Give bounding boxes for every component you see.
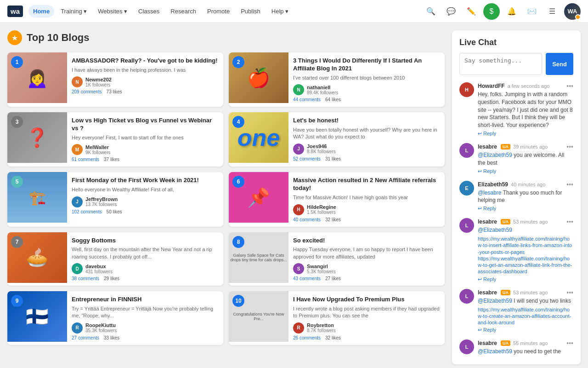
bell-button[interactable]: 🔔 xyxy=(503,3,520,20)
chat-username: lesabre xyxy=(478,218,497,225)
chat-content: lesabre UA 53 minutes ago ••• @Elizabeth… xyxy=(478,218,573,282)
card-excerpt: Try = Yrittää Entrepreneur = Yrittäjä No… xyxy=(72,305,219,320)
card-image: 8 Galaxy Safe Space for Cats drops tiny … xyxy=(229,232,288,283)
card-body: First Monday of the First Work Week in 2… xyxy=(67,172,223,223)
chat-link[interactable]: https://my.wealthyaffiliate.com/training… xyxy=(478,236,573,255)
likes-count: 73 likes xyxy=(107,89,122,94)
reply-button[interactable]: ↩ Reply xyxy=(478,168,573,174)
author-name: JeffreyBrown xyxy=(85,196,118,202)
author-name: Joes946 xyxy=(307,144,336,149)
card-stats: 44 comments 64 likes xyxy=(293,97,440,102)
chat-content: lesabre UA 55 minutes ago ••• @Elizabeth… xyxy=(478,339,573,357)
search-button[interactable]: 🔍 xyxy=(423,3,439,20)
chat-time: a few seconds ago xyxy=(508,83,550,89)
blog-card-2[interactable]: 2 🍎 3 Things I Would Do Differently If I… xyxy=(229,52,445,107)
chat-button[interactable]: 💬 xyxy=(443,3,459,20)
more-options[interactable]: ••• xyxy=(566,181,573,188)
blog-card-10[interactable]: 10 Congratulations You're Now Pre... I H… xyxy=(229,291,445,345)
reply-button[interactable]: ↩ Reply xyxy=(478,131,573,137)
nav-item-publish[interactable]: Publish xyxy=(236,5,265,17)
followers-count: 89.4K followers xyxy=(307,90,338,95)
author-avatar: N xyxy=(72,76,83,87)
live-chat-panel: Live Chat Send H HowardFF a few seconds … xyxy=(452,30,581,364)
blog-card-7[interactable]: 7 🥧 Soggy Bottoms Well, first day on the… xyxy=(7,232,223,286)
card-top: 3 ❓ Low vs High Ticket vs Blog vs Funnel… xyxy=(7,112,223,167)
author-avatar: H xyxy=(293,204,304,215)
nav-item-promote[interactable]: Promote xyxy=(203,5,234,17)
nav-item-classes[interactable]: Classes xyxy=(134,5,164,17)
chat-mention[interactable]: @lesabre xyxy=(478,190,502,196)
chat-header: lesabre UA 53 minutes ago ••• xyxy=(478,289,573,296)
chat-mention[interactable]: @Elizabeth59 xyxy=(478,298,512,304)
followers-count: 9K followers xyxy=(85,150,110,155)
comments-count: 38 comments xyxy=(72,276,99,281)
edit-button[interactable]: ✏️ xyxy=(463,3,480,20)
chat-content: lesabre UA 53 minutes ago ••• @Elizabeth… xyxy=(478,289,573,334)
logo[interactable]: wa xyxy=(7,6,23,17)
mail-button[interactable]: ✉️ xyxy=(524,3,540,20)
card-meta: M MelWaller 9K followers xyxy=(72,144,219,155)
reply-button[interactable]: ↩ Reply xyxy=(478,206,573,212)
blog-card-5[interactable]: 5 🏗️ First Monday of the First Work Week… xyxy=(7,172,223,226)
comments-count: 26 comments xyxy=(293,335,321,340)
chat-mention[interactable]: @Elizabeth59 xyxy=(478,152,512,158)
card-excerpt: Hey everyone! First, I want to start off… xyxy=(72,134,219,141)
more-options[interactable]: ••• xyxy=(566,143,573,150)
chat-mention[interactable]: @Elizabeth59 xyxy=(478,227,512,233)
blog-card-8[interactable]: 8 Galaxy Safe Space for Cats drops tiny … xyxy=(229,232,445,286)
card-number: 1 xyxy=(11,56,23,68)
chat-input[interactable] xyxy=(459,53,542,75)
nav-item-training[interactable]: Training ▾ xyxy=(56,5,91,17)
chat-message-2: L lesabre UA 39 minutes ago ••• @Elizabe… xyxy=(459,143,573,174)
comments-count: 61 comments xyxy=(72,157,99,162)
blog-card-3[interactable]: 3 ❓ Low vs High Ticket vs Blog vs Funnel… xyxy=(7,112,223,167)
chat-mention[interactable]: @Elizabeth59 xyxy=(478,348,512,355)
likes-count: 33 likes xyxy=(104,335,119,340)
card-number: 4 xyxy=(232,116,244,128)
comments-count: 27 comments xyxy=(72,335,99,340)
send-button[interactable]: Send xyxy=(546,53,573,75)
more-options[interactable]: ••• xyxy=(566,339,573,347)
author-name: MelWaller xyxy=(85,144,110,150)
blog-card-9[interactable]: 9 🇫🇮 Entrepreneur in FINNISH Try = Yritt… xyxy=(7,291,223,345)
card-excerpt: Have you been totally honest with yourse… xyxy=(293,126,440,141)
card-top: 1 🙍‍♀️ AMBASSADOR? Really? - You've got … xyxy=(7,52,223,103)
card-meta: N Newme202 1K followers xyxy=(72,76,219,87)
chat-username: Elizabeth59 xyxy=(478,181,508,188)
content-area: ★ Top 10 Blogs 1 🙍‍♀️ AMBASSADOR? Really… xyxy=(7,30,445,364)
chat-link[interactable]: https://my.wealthyaffiliate.com/training… xyxy=(478,306,573,326)
more-options[interactable]: ••• xyxy=(566,289,573,296)
card-top: 8 Galaxy Safe Space for Cats drops tiny … xyxy=(229,232,445,286)
chat-username: lesabre xyxy=(478,144,497,150)
nav-item-home[interactable]: Home xyxy=(28,5,54,17)
card-image: 10 Congratulations You're Now Pre... xyxy=(229,291,288,342)
blog-card-4[interactable]: 4 one Let's be honest! Have you been tot… xyxy=(229,112,445,167)
reply-button[interactable]: ↩ Reply xyxy=(478,276,573,282)
nav-item-research[interactable]: Research xyxy=(166,5,201,17)
navbar: wa Home Training ▾ Websites ▾ Classes Re… xyxy=(0,0,588,23)
user-avatar[interactable]: WA xyxy=(564,3,581,20)
blog-card-6[interactable]: 6 📌 Massive Action resulted in 2 New Aff… xyxy=(229,172,445,226)
reply-button[interactable]: ↩ Reply xyxy=(478,327,573,333)
dollar-button[interactable]: $ xyxy=(483,3,500,20)
author-info: Swangirl 5.3K followers xyxy=(307,264,336,274)
author-avatar: R xyxy=(293,322,304,334)
author-avatar: J xyxy=(293,144,304,155)
blog-card-1[interactable]: 1 🙍‍♀️ AMBASSADOR? Really? - You've got … xyxy=(7,52,223,107)
author-name: Roybretton xyxy=(307,322,336,328)
card-top: 2 🍎 3 Things I Would Do Differently If I… xyxy=(229,52,445,107)
chat-link-2[interactable]: https://my.wealthyaffiliate.com/training… xyxy=(478,255,573,275)
nav-item-websites[interactable]: Websites ▾ xyxy=(93,5,132,17)
card-excerpt: Time for Massive Action! I have high goa… xyxy=(293,194,440,201)
card-excerpt: Hello everyone in Wealthy Affiliate! Fir… xyxy=(72,186,219,193)
menu-button[interactable]: ☰ xyxy=(544,3,560,20)
author-info: HildeRegine 1.5K followers xyxy=(307,204,336,215)
more-options[interactable]: ••• xyxy=(566,82,573,90)
more-options[interactable]: ••• xyxy=(566,218,573,225)
nav-item-help[interactable]: Help ▾ xyxy=(267,5,293,17)
chat-message-text: @lesabre Thank you soo much for helping … xyxy=(478,189,573,205)
card-meta: D davebux 431 followers xyxy=(72,263,219,274)
card-top: 9 🇫🇮 Entrepreneur in FINNISH Try = Yritt… xyxy=(7,291,223,345)
card-image: 7 🥧 xyxy=(7,232,67,283)
card-top: 4 one Let's be honest! Have you been tot… xyxy=(229,112,445,166)
